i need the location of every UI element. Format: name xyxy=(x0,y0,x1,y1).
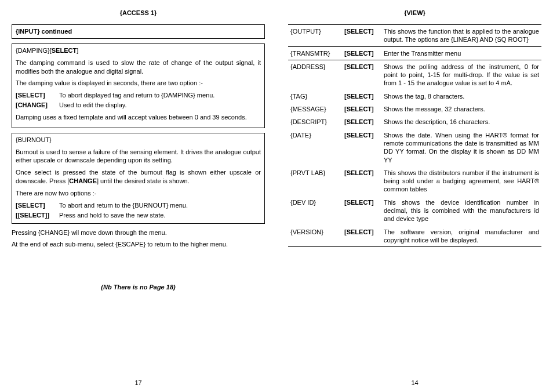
cell-action: [SELECT] xyxy=(342,166,381,196)
cell-desc: This shows the function that is applied … xyxy=(381,25,541,47)
right-page: {VIEW} {OUTPUT} [SELECT] This shows the … xyxy=(276,0,553,392)
cell-action: [SELECT] xyxy=(342,103,381,115)
cell-name: {DEV ID} xyxy=(288,196,342,226)
view-table: {OUTPUT} [SELECT] This shows the functio… xyxy=(288,24,541,247)
damping-title: {DAMPING}[SELECT] xyxy=(16,46,261,55)
cell-desc: This shows the device identification num… xyxy=(381,196,541,226)
damping-box: {DAMPING}[SELECT] The damping command is… xyxy=(12,43,265,128)
opt-key: [CHANGE] xyxy=(16,101,59,110)
cell-desc: Shows the polling address of the instrum… xyxy=(381,60,541,89)
burnout-opt2: [[SELECT]] Press and hold to save the ne… xyxy=(16,211,261,220)
burnout-p2: Once select is pressed the state of the … xyxy=(16,168,261,186)
table-row: {DESCRIPT} [SELECT] Shows the descriptio… xyxy=(288,115,541,128)
table-row: {TRANSMTR} [SELECT] Enter the Transmitte… xyxy=(288,46,541,60)
opt-val: To abort displayed tag and return to {DA… xyxy=(59,91,261,100)
cell-name: {DATE} xyxy=(288,129,342,166)
access-header: {ACCESS 1} xyxy=(12,9,265,16)
cell-desc: Shows the description, 16 characters. xyxy=(381,115,541,128)
cell-action: [SELECT] xyxy=(342,46,381,60)
footer-text-1: Pressing {CHANGE} wil move down through … xyxy=(12,228,265,237)
cell-desc: Shows the message, 32 characters. xyxy=(381,103,541,115)
damping-p1: The damping command is used to slow the … xyxy=(16,59,261,76)
cell-action: [SELECT] xyxy=(342,129,381,166)
cell-desc: This shows the distributors number if th… xyxy=(381,166,541,196)
burnout-opt1: [SELECT] To abort and return to the {BUR… xyxy=(16,201,261,210)
cell-desc: The software version, original manufactu… xyxy=(381,226,541,247)
damping-opt1: [SELECT] To abort displayed tag and retu… xyxy=(16,91,261,100)
left-page: {ACCESS 1} {INPUT} continued {DAMPING}[S… xyxy=(0,0,276,392)
opt-val: Used to edit the display. xyxy=(59,101,261,110)
burnout-title: {BURNOUT} xyxy=(16,136,261,144)
footer-text-2: At the end of each sub-menu, select {ESC… xyxy=(12,240,265,249)
cell-name: {TAG} xyxy=(288,90,342,103)
table-row: {OUTPUT} [SELECT] This shows the functio… xyxy=(288,25,541,47)
cell-action: [SELECT] xyxy=(342,60,381,89)
nb-note: (Nb There is no Page 18) xyxy=(12,284,265,291)
cell-name: {ADDRESS} xyxy=(288,60,342,89)
cell-name: {PRVT LAB} xyxy=(288,166,342,196)
opt-val: To abort and return to the {BURNOUT} men… xyxy=(59,201,261,210)
table-row: {PRVT LAB} [SELECT] This shows the distr… xyxy=(288,166,541,196)
cell-action: [SELECT] xyxy=(342,115,381,128)
table-row: {TAG} [SELECT] Shows the tag, 8 characte… xyxy=(288,90,541,103)
cell-desc: Shows the tag, 8 characters. xyxy=(381,90,541,103)
opt-key: [SELECT] xyxy=(16,91,59,100)
cell-name: {VERSION} xyxy=(288,226,342,247)
cell-name: {TRANSMTR} xyxy=(288,46,342,60)
table-row: {MESSAGE} [SELECT] Shows the message, 32… xyxy=(288,103,541,115)
burnout-box: {BURNOUT} Burnout is used to sense a fai… xyxy=(12,133,265,224)
burnout-p1: Burnout is used to sense a failure of th… xyxy=(16,148,261,165)
cell-action: [SELECT] xyxy=(342,226,381,247)
cell-action: [SELECT] xyxy=(342,25,381,47)
cell-desc: Enter the Transmitter menu xyxy=(381,46,541,60)
page-number-right: 14 xyxy=(276,379,553,386)
input-heading: {INPUT} continued xyxy=(16,27,72,36)
cell-name: {OUTPUT} xyxy=(288,25,342,47)
damping-p3: Damping uses a fixed template and will a… xyxy=(16,113,261,122)
burnout-p3: There are now two options :- xyxy=(16,189,261,198)
table-row: {DATE} [SELECT] Shows the date. When usi… xyxy=(288,129,541,166)
cell-name: {DESCRIPT} xyxy=(288,115,342,128)
view-header: {VIEW} xyxy=(288,9,541,16)
cell-desc: Shows the date. When using the HART® for… xyxy=(381,129,541,166)
opt-val: Press and hold to save the new state. xyxy=(59,211,261,220)
cell-name: {MESSAGE} xyxy=(288,103,342,115)
damping-opt2: [CHANGE] Used to edit the display. xyxy=(16,101,261,110)
opt-key: [SELECT] xyxy=(16,201,59,210)
cell-action: [SELECT] xyxy=(342,90,381,103)
damping-p2: The damping value is displayed in second… xyxy=(16,79,261,88)
cell-action: [SELECT] xyxy=(342,196,381,226)
opt-key: [[SELECT]] xyxy=(16,211,59,220)
input-heading-box: {INPUT} continued xyxy=(12,24,265,39)
table-row: {ADDRESS} [SELECT] Shows the polling add… xyxy=(288,60,541,89)
page-number-left: 17 xyxy=(0,379,276,386)
table-row: {VERSION} [SELECT] The software version,… xyxy=(288,226,541,247)
table-row: {DEV ID} [SELECT] This shows the device … xyxy=(288,196,541,226)
